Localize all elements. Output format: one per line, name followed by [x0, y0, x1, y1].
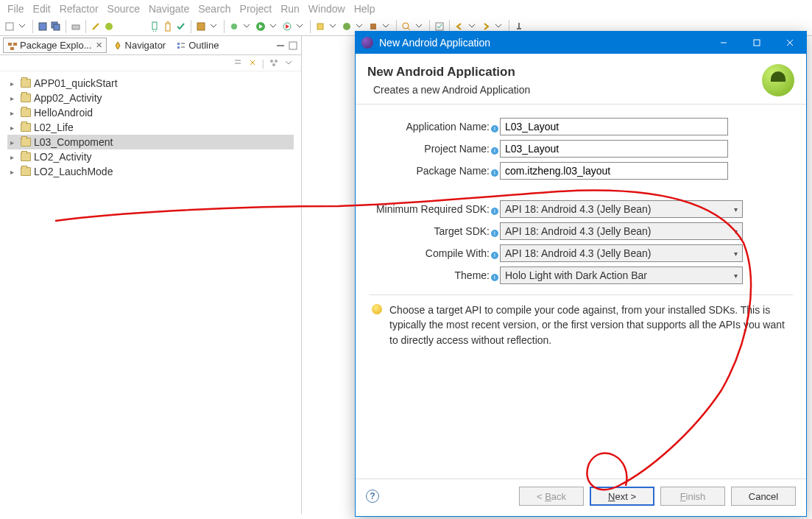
target-sdk-select[interactable]: API 18: Android 4.3 (Jelly Bean)▾ [500, 222, 743, 240]
hint-box: Choose a target API to compile your code… [369, 303, 793, 347]
save-all-icon[interactable] [51, 21, 61, 32]
theme-select[interactable]: Holo Light with Dark Action Bar▾ [500, 266, 743, 284]
tree-item[interactable]: ▸APP01_quickStart [7, 76, 294, 91]
search-icon[interactable] [401, 21, 412, 32]
link-editor-icon[interactable] [247, 57, 258, 68]
package-icon[interactable] [196, 21, 206, 32]
help-icon[interactable]: ? [366, 490, 379, 503]
target-sdk-label: Target SDK:i [369, 225, 500, 237]
info-icon[interactable]: i [491, 274, 498, 281]
minimize-button[interactable] [707, 32, 740, 54]
new-package-icon[interactable] [368, 21, 378, 32]
menu-source[interactable]: Source [107, 3, 140, 15]
project-name-input[interactable] [500, 140, 728, 158]
close-icon[interactable]: ✕ [96, 40, 102, 50]
menu-run[interactable]: Run [280, 3, 300, 15]
svg-rect-22 [177, 46, 180, 49]
back-icon[interactable] [454, 21, 465, 32]
chevron-down-icon[interactable] [269, 21, 279, 32]
close-button[interactable] [773, 32, 806, 54]
collapse-all-icon[interactable] [233, 57, 243, 68]
info-icon[interactable]: i [491, 147, 498, 155]
folder-icon [21, 93, 31, 102]
chevron-down-icon: ▾ [734, 205, 738, 213]
menu-refactor[interactable]: Refactor [60, 3, 99, 15]
menu-edit[interactable]: Edit [33, 3, 51, 15]
tab-package-explorer[interactable]: Package Explo... ✕ [3, 38, 107, 53]
phone-up-icon[interactable] [163, 21, 173, 32]
new-project-icon[interactable] [315, 21, 325, 32]
app-name-input[interactable] [500, 118, 728, 135]
minimize-icon[interactable] [275, 40, 286, 51]
svg-point-15 [403, 23, 409, 29]
menu-help[interactable]: Help [354, 3, 375, 15]
info-icon[interactable]: i [491, 230, 498, 237]
next-button[interactable]: Next > [590, 487, 654, 506]
pin-icon[interactable] [514, 21, 524, 32]
tree-item[interactable]: ▸L03_Compoment [7, 135, 294, 149]
compile-with-select[interactable]: API 18: Android 4.3 (Jelly Bean)▾ [500, 244, 743, 262]
min-sdk-label: Minimum Required SDK:i [369, 203, 500, 215]
info-icon[interactable]: i [491, 125, 498, 133]
compile-with-label: Compile With:i [369, 247, 500, 259]
chevron-down-icon[interactable] [355, 21, 365, 32]
run-external-icon[interactable] [282, 21, 292, 32]
tree-item[interactable]: ▸App02_Activity [7, 91, 294, 105]
svg-point-28 [272, 63, 275, 66]
save-icon[interactable] [38, 21, 48, 32]
chevron-down-icon[interactable] [209, 21, 219, 32]
filter-icon[interactable] [269, 57, 279, 68]
menu-project[interactable]: Project [240, 3, 272, 15]
chevron-down-icon[interactable] [18, 21, 28, 32]
maximize-button[interactable] [740, 32, 773, 54]
info-icon[interactable]: i [491, 169, 498, 177]
view-menu-icon[interactable] [283, 57, 294, 68]
cancel-button[interactable]: Cancel [731, 487, 796, 506]
check-icon[interactable] [176, 21, 186, 32]
dialog-title: New Android Application [379, 37, 490, 49]
phone-down-icon[interactable] [149, 21, 160, 32]
tab-label: Outline [188, 40, 219, 51]
info-icon[interactable]: i [491, 252, 498, 259]
maximize-icon[interactable] [288, 40, 298, 51]
svg-point-13 [343, 23, 350, 30]
finish-button[interactable]: Finish [660, 487, 725, 506]
menu-file[interactable]: File [7, 3, 24, 15]
task-icon[interactable] [434, 21, 445, 32]
chevron-down-icon[interactable] [381, 21, 392, 32]
menu-window[interactable]: Window [308, 3, 345, 15]
menu-search[interactable]: Search [198, 3, 230, 15]
print-icon[interactable] [71, 21, 81, 32]
tab-outline[interactable]: Outline [172, 38, 223, 53]
wand-icon[interactable] [91, 21, 101, 32]
menu-navigate[interactable]: Navigate [149, 3, 189, 15]
lightbulb-icon [372, 304, 382, 314]
tree-item[interactable]: ▸HelloAndroid [7, 105, 294, 120]
debug-icon[interactable] [229, 21, 239, 32]
tree-item[interactable]: ▸LO2_LauchMode [7, 164, 294, 179]
chevron-down-icon[interactable] [242, 21, 253, 32]
chevron-down-icon[interactable] [494, 21, 504, 32]
chevron-down-icon[interactable] [328, 21, 339, 32]
tree-item[interactable]: ▸LO2_Activity [7, 149, 294, 164]
svg-rect-17 [8, 43, 12, 46]
package-name-input[interactable] [500, 162, 728, 180]
info-icon[interactable]: i [491, 208, 498, 215]
forward-icon[interactable] [481, 21, 491, 32]
back-button[interactable]: < Back [519, 487, 584, 506]
new-icon[interactable] [4, 21, 15, 32]
tab-navigator[interactable]: Navigator [108, 38, 171, 53]
chevron-down-icon[interactable] [467, 21, 478, 32]
new-android-app-dialog: New Android Application New Android Appl… [355, 31, 807, 517]
new-class-icon[interactable] [342, 21, 352, 32]
run-icon[interactable] [255, 21, 266, 32]
tree-item-label: HelloAndroid [34, 107, 93, 119]
tree-item[interactable]: ▸L02_Life [7, 120, 294, 135]
android-sdk-icon[interactable] [104, 21, 114, 32]
chevron-down-icon[interactable] [295, 21, 306, 32]
dialog-titlebar[interactable]: New Android Application [356, 32, 806, 54]
min-sdk-select[interactable]: API 18: Android 4.3 (Jelly Bean)▾ [500, 200, 743, 218]
svg-rect-14 [370, 24, 376, 29]
chevron-down-icon: ▾ [734, 250, 738, 258]
chevron-down-icon[interactable] [414, 21, 425, 32]
